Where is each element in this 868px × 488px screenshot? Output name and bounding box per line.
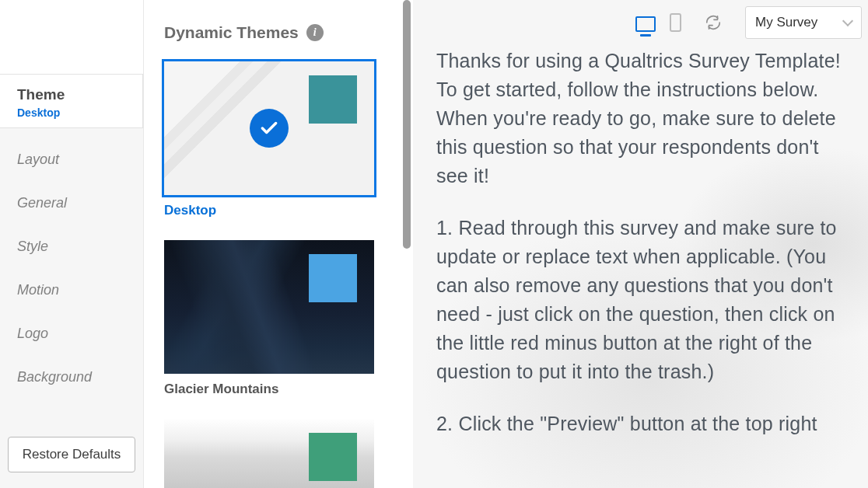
info-icon[interactable]: i [306,24,324,41]
preview-content: Thanks for using a Qualtrics Survey Temp… [436,47,845,438]
sidebar-items-list: Layout General Style Motion Logo Backgro… [0,128,143,429]
refresh-icon[interactable] [705,14,722,31]
restore-defaults-button[interactable]: Restore Defaults [8,437,135,472]
theme-swatch [309,254,357,302]
logo-area [0,0,143,74]
sidebar-item-layout[interactable]: Layout [17,152,126,168]
checkmark-icon [250,109,289,148]
sidebar-item-style[interactable]: Style [17,239,126,255]
sidebar-nav: Theme Desktop Layout General Style Motio… [0,0,144,488]
theme-swatch [309,75,357,124]
scroll-thumb[interactable] [403,0,411,249]
theme-thumbnail[interactable] [164,61,374,195]
step-1-paragraph: 1. Read through this survey and make sur… [436,214,845,386]
mobile-view-icon[interactable] [670,13,681,32]
intro-paragraph: Thanks for using a Qualtrics Survey Temp… [436,47,845,190]
survey-selector-label: My Survey [755,15,817,30]
theme-card-third[interactable] [164,419,380,488]
themes-header: Dynamic Themes i [164,23,380,42]
step-2-paragraph: 2. Click the "Preview" button at the top… [436,410,845,438]
sidebar-item-general[interactable]: General [17,195,126,211]
sidebar-active-subtitle: Desktop [17,106,125,119]
theme-thumbnail[interactable] [164,419,374,488]
sidebar-item-logo[interactable]: Logo [17,326,126,342]
survey-selector-dropdown[interactable]: My Survey [745,6,862,39]
sidebar-item-motion[interactable]: Motion [17,282,126,298]
device-switcher [635,13,681,32]
survey-preview: My Survey Thanks for using a Qualtrics S… [413,0,868,488]
themes-panel: Dynamic Themes i Desktop Glacier Mountai… [144,0,401,488]
vertical-scrollbar[interactable] [401,0,413,488]
themes-panel-title: Dynamic Themes [164,23,299,42]
sidebar-active-section[interactable]: Theme Desktop [0,74,143,128]
theme-swatch [309,433,357,481]
desktop-view-icon[interactable] [635,16,656,32]
sidebar-item-background[interactable]: Background [17,369,126,385]
chevron-down-icon [842,16,853,26]
theme-label: Glacier Mountains [164,382,380,397]
preview-toolbar: My Survey [635,6,862,39]
sidebar-active-title: Theme [17,86,125,103]
theme-card-glacier[interactable]: Glacier Mountains [164,240,380,397]
theme-card-desktop[interactable]: Desktop [164,61,380,218]
theme-label: Desktop [164,203,380,218]
theme-thumbnail[interactable] [164,240,374,374]
